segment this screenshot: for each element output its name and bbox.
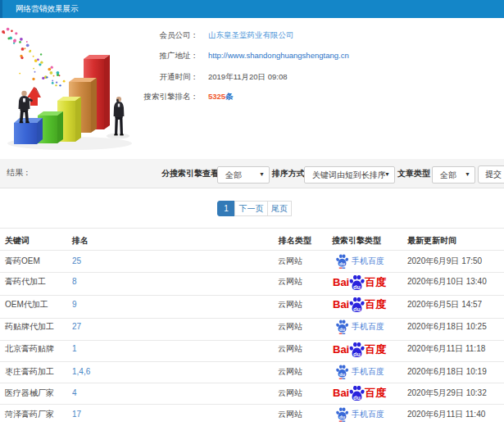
svg-text:du: du bbox=[353, 306, 361, 312]
svg-text:du: du bbox=[339, 415, 345, 420]
svg-text:du: du bbox=[353, 394, 361, 401]
svg-text:du: du bbox=[353, 283, 361, 290]
svg-text:du: du bbox=[339, 373, 345, 378]
svg-text:du: du bbox=[339, 328, 345, 333]
svg-text:du: du bbox=[339, 262, 345, 267]
svg-text:du: du bbox=[353, 351, 361, 357]
